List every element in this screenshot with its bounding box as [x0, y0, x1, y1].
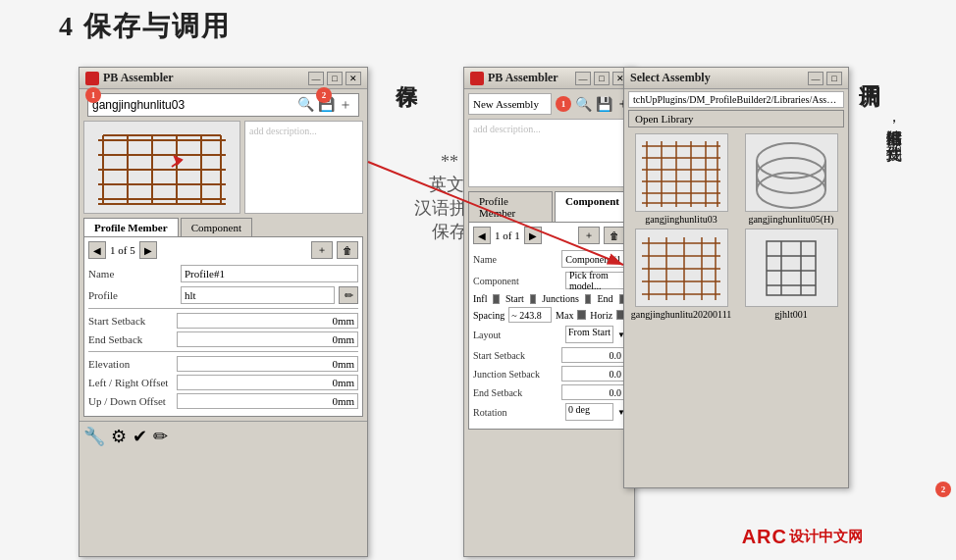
name-value[interactable]: Profile#1: [181, 265, 358, 282]
end-setback-label-2: End Setback: [473, 387, 561, 398]
name-label: Name: [88, 268, 177, 280]
rotation-select[interactable]: 0 deg: [565, 403, 613, 421]
tool-icon-3[interactable]: ✔: [133, 426, 147, 447]
open-library-btn[interactable]: Open Library: [628, 110, 844, 127]
max-checkbox[interactable]: [577, 310, 586, 320]
rotation-label: Rotation: [473, 407, 561, 418]
tool-icon-1[interactable]: 🔧: [83, 426, 105, 447]
window-title-1: PB Assembler: [103, 71, 174, 85]
titlebar-sa: Select Assembly — □: [624, 68, 848, 89]
titlebar-1: PB Assembler — □ ✕: [80, 68, 367, 89]
sa-title: Select Assembly: [630, 71, 711, 85]
spacing-value[interactable]: ~ 243.8: [508, 307, 552, 323]
select-assembly-window: Select Assembly — □ tchUpPlugins/DM_Prof…: [623, 67, 849, 488]
close-btn-1[interactable]: ✕: [345, 72, 361, 85]
max-label: Max: [556, 310, 573, 321]
start-setback-label: Start Setback: [88, 315, 177, 327]
next-btn-1[interactable]: ▶: [139, 241, 157, 259]
logo-arc: ARC: [742, 526, 787, 548]
junction-setback-row: Junction Setback 0.0: [473, 366, 625, 382]
tool-icon-4[interactable]: ✏: [153, 426, 168, 447]
sa-minimize[interactable]: —: [808, 72, 823, 85]
start-checkbox[interactable]: [530, 294, 536, 304]
assembly-grid: gangjinghunlitu03 gangjinghunlitu05(H): [624, 129, 848, 324]
start-setback-value-2[interactable]: 0.0: [561, 347, 625, 363]
prev-btn-1[interactable]: ◀: [88, 241, 106, 259]
assembly-item-1[interactable]: gangjinghunlitu03: [628, 133, 734, 225]
del-btn-2[interactable]: 🗑: [604, 227, 625, 244]
start-setback-value[interactable]: 0mm: [177, 313, 358, 329]
assembly-item-2[interactable]: gangjinghunlitu05(H): [738, 133, 844, 225]
start-setback-label-2: Start Setback: [473, 350, 561, 361]
search-input-1[interactable]: [92, 98, 293, 112]
save-icon-1[interactable]: 💾: [318, 96, 335, 114]
ud-offset-label: Up / Down Offset: [88, 395, 177, 407]
assembly-thumb-4: [745, 229, 838, 307]
component-label-2: Component: [473, 276, 561, 286]
ud-offset-value[interactable]: 0mm: [177, 393, 358, 409]
nav-text-1: 1 of 5: [110, 244, 135, 256]
component-value-2[interactable]: Pick from model...: [565, 272, 625, 289]
maximize-btn-1[interactable]: □: [327, 72, 343, 85]
spacing-label: Spacing: [473, 310, 505, 321]
prev-btn-2[interactable]: ◀: [473, 227, 491, 244]
elevation-label: Elevation: [88, 358, 177, 370]
tab-component-2[interactable]: Component: [555, 191, 630, 222]
save-icon-2[interactable]: 💾: [596, 96, 612, 113]
start-setback-row: Start Setback 0mm: [88, 313, 358, 329]
tabs-bar-2: Profile Member Component: [468, 191, 630, 222]
assembly-item-4[interactable]: gjhlt001: [738, 229, 844, 320]
ud-offset-row: Up / Down Offset 0mm: [88, 393, 358, 409]
end-setback-value[interactable]: 0mm: [177, 331, 358, 347]
horiz-label: Horiz: [590, 310, 612, 321]
add-btn-1[interactable]: ＋: [311, 241, 333, 259]
sa-path-bar[interactable]: tchUpPlugins/DM_ProfileBuilder2/Librarie…: [628, 91, 844, 108]
tab-profile-member[interactable]: Profile Member: [83, 218, 179, 236]
maximize-btn-2[interactable]: □: [594, 72, 610, 85]
name-value-2[interactable]: Component#1: [561, 250, 625, 268]
infl-checkbox[interactable]: [493, 294, 499, 304]
sa-maximize[interactable]: □: [826, 72, 842, 85]
content-panel-1: ◀ 1 of 5 ▶ ＋ 🗑 Name Profile#1 Profile hl…: [83, 236, 363, 417]
app-icon-1: [85, 72, 99, 85]
new-assembly-input[interactable]: New Assembly: [468, 93, 552, 115]
window-controls-1: — □ ✕: [308, 72, 361, 85]
tool-icon-2[interactable]: ⚙: [111, 426, 127, 447]
assembly-name-3: gangjinghunlitu20200111: [631, 309, 732, 320]
del-btn-1[interactable]: 🗑: [337, 241, 358, 259]
profile-value[interactable]: hlt: [181, 286, 335, 304]
end-setback-value-2[interactable]: 0.0: [561, 384, 625, 400]
search-icon-2[interactable]: 🔍: [575, 96, 592, 113]
nav-text-2: 1 of 1: [495, 229, 520, 241]
assembly-name-1: gangjinghunlitu03: [645, 214, 717, 225]
assembly-item-3[interactable]: gangjinghunlitu20200111: [628, 229, 734, 320]
lr-offset-value[interactable]: 0mm: [177, 375, 358, 390]
elevation-value[interactable]: 0mm: [177, 356, 358, 372]
badge-w2-1: 1: [556, 96, 571, 112]
checkbox-row-2: Infl Start Junctions End: [473, 293, 625, 304]
desc-placeholder-2: add description...: [473, 124, 541, 134]
minimize-btn-1[interactable]: —: [308, 72, 324, 85]
tabs-bar-1: Profile Member Component: [83, 218, 363, 236]
profile-edit-btn[interactable]: ✏: [339, 286, 358, 304]
tab-profile-2[interactable]: Profile Member: [468, 191, 553, 222]
search-icon-1[interactable]: 🔍: [297, 96, 314, 114]
layout-select[interactable]: From Start: [565, 326, 613, 343]
minimize-btn-2[interactable]: —: [575, 72, 591, 85]
description-box-1[interactable]: add description...: [244, 121, 363, 214]
rotation-row: Rotation 0 deg ▼: [473, 403, 625, 421]
junctions-checkbox[interactable]: [585, 294, 591, 304]
svg-rect-42: [767, 241, 816, 295]
add-btn-2[interactable]: ＋: [578, 227, 600, 244]
component-field-2: Component Pick from model...: [473, 272, 625, 289]
name-label-2: Name: [473, 254, 558, 265]
add-icon-1[interactable]: ＋: [339, 96, 352, 114]
junction-setback-label: Junction Setback: [473, 369, 561, 380]
layout-row: Layout From Start ▼: [473, 326, 625, 343]
preview-area-1: add description...: [83, 121, 363, 214]
tab-component[interactable]: Component: [181, 218, 252, 236]
logo-area: ARC 设计中文网: [742, 526, 863, 548]
next-btn-2[interactable]: ▶: [524, 227, 542, 244]
junction-setback-value[interactable]: 0.0: [561, 366, 625, 382]
end-label: End: [597, 293, 612, 304]
